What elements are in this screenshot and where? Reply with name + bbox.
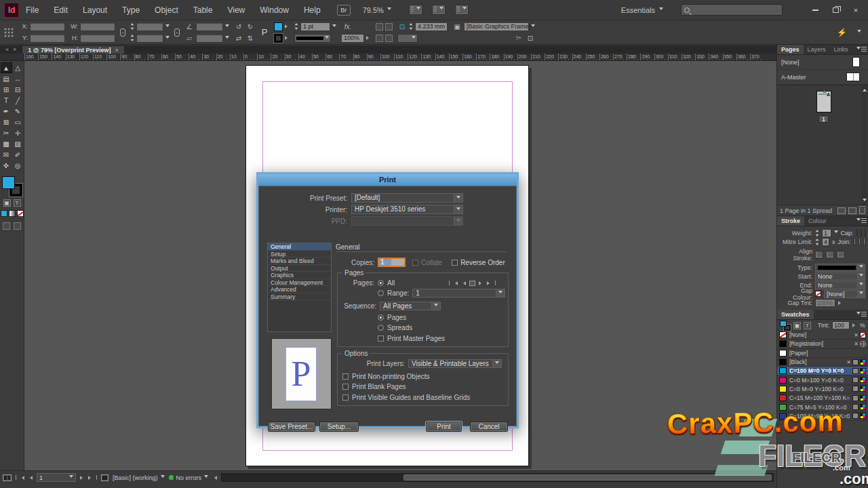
swatch-none[interactable]: [None] ✕ — [777, 331, 868, 340]
scroll-up-icon[interactable] — [863, 87, 867, 92]
scroll-down-icon[interactable] — [863, 199, 867, 203]
menu-item[interactable]: Object — [155, 5, 178, 15]
apply-none-button[interactable] — [17, 210, 24, 217]
mitre-join-icon[interactable] — [854, 238, 856, 245]
menu-item[interactable]: Type — [122, 5, 140, 15]
tab-close-icon[interactable]: × — [115, 47, 119, 54]
swatch-blue[interactable]: C=100 M=90 Y=10 K=0 ✕ — [777, 412, 868, 421]
scale-y-field[interactable] — [136, 34, 163, 43]
tab-scroll-icon[interactable]: « — [5, 46, 9, 53]
constrain-proportions-icon[interactable] — [120, 28, 125, 37]
reverse-order-checkbox[interactable] — [452, 260, 458, 266]
object-effects-button[interactable] — [385, 23, 393, 30]
swatch-paper[interactable]: [Paper] ✕ — [777, 349, 868, 358]
bevel-join-icon[interactable] — [863, 238, 865, 245]
stroke-color-swatch[interactable] — [274, 34, 283, 43]
print-blank-pages-checkbox[interactable] — [342, 384, 349, 390]
rotate-ccw-icon[interactable]: ↺ — [234, 23, 243, 30]
stroke-weight-stepper[interactable] — [294, 21, 298, 32]
previous-page-icon[interactable] — [28, 476, 33, 480]
pages-all-radio[interactable] — [378, 280, 384, 286]
direct-selection-tool[interactable]: △ — [12, 62, 24, 73]
pages-range-radio[interactable] — [378, 290, 384, 296]
scrollbar-thumb[interactable] — [403, 474, 772, 481]
apply-gradient-button[interactable] — [9, 210, 16, 217]
wrap-bounding-button[interactable] — [385, 35, 393, 42]
gap-tool[interactable]: ↔ — [12, 73, 24, 84]
scroll-left-icon[interactable] — [212, 476, 217, 480]
fill-stroke-control[interactable] — [2, 176, 22, 197]
zoom-level-dropdown[interactable]: 79.5% — [363, 6, 391, 14]
menu-item[interactable]: View — [227, 5, 245, 15]
workspace-switcher[interactable]: Essentials — [621, 6, 663, 14]
note-tool[interactable]: ✉ — [1, 149, 12, 160]
next-page-icon[interactable] — [80, 476, 85, 480]
print-dialog-title[interactable]: Print — [258, 174, 517, 186]
print-section-colour[interactable]: Colour Management — [268, 279, 331, 287]
rectangle-tool[interactable]: ▭ — [12, 117, 24, 127]
text-format-icon[interactable]: T — [804, 322, 811, 329]
x-field[interactable] — [30, 22, 65, 31]
selection-tool[interactable]: ▲ — [1, 62, 12, 73]
h-field[interactable] — [80, 34, 115, 43]
shear-field[interactable] — [196, 34, 223, 43]
new-page-icon[interactable] — [837, 207, 846, 214]
gradient-feather-tool[interactable]: ▨ — [12, 138, 24, 149]
gradient-tool[interactable]: ▩ — [1, 138, 12, 149]
eyedropper-tool[interactable]: ✐ — [12, 149, 24, 160]
tab-swatches[interactable]: Swatches — [777, 310, 814, 319]
close-button[interactable]: × — [846, 3, 865, 17]
minimize-button[interactable] — [806, 3, 825, 17]
tab-links[interactable]: Links — [830, 45, 852, 54]
select-content-icon[interactable]: ⊡ — [526, 35, 535, 42]
menu-item[interactable]: Table — [193, 5, 213, 15]
select-container-icon[interactable]: ⌲ — [514, 34, 524, 42]
tint-value[interactable]: 100 — [832, 321, 850, 329]
nav-last-icon[interactable] — [495, 281, 496, 285]
start-dropdown[interactable]: None — [815, 272, 865, 281]
w-field[interactable] — [80, 22, 115, 31]
stroke-weight-dropdown[interactable]: 1 pt — [300, 22, 330, 31]
cancel-button[interactable]: Cancel — [470, 422, 508, 432]
tab-close-all-icon[interactable]: × — [13, 46, 16, 53]
menu-item[interactable]: Help — [304, 5, 321, 15]
save-preset-button[interactable]: Save Preset... — [268, 422, 315, 432]
formatting-container-button[interactable]: ▣ — [3, 199, 11, 207]
tab-layers[interactable]: Layers — [804, 45, 830, 54]
drop-shadow-button[interactable] — [376, 23, 383, 30]
page-number-dropdown[interactable]: 1 — [37, 473, 76, 482]
pages-radio[interactable] — [378, 314, 384, 321]
print-nonprinting-checkbox[interactable] — [342, 373, 349, 380]
rotate-cw-icon[interactable]: ↻ — [245, 23, 255, 30]
swatches-fill-stroke-control[interactable] — [780, 321, 791, 331]
master-none[interactable]: [None] — [777, 55, 868, 70]
copies-input[interactable]: 1 — [378, 258, 406, 267]
menu-item[interactable]: Edit — [54, 5, 68, 15]
end-dropdown[interactable]: None — [815, 281, 865, 289]
flip-horizontal-icon[interactable]: ⇄ — [234, 35, 243, 42]
page-number-label[interactable]: 1 — [818, 115, 829, 123]
free-transform-tool[interactable]: ✛ — [12, 127, 24, 138]
align-inside-icon[interactable] — [826, 251, 834, 258]
nav-first-icon[interactable] — [453, 281, 458, 285]
print-section-summary[interactable]: Summary — [268, 293, 331, 301]
print-layers-dropdown[interactable]: Visible & Printable Layers — [408, 359, 502, 368]
scale-x-stepper[interactable] — [130, 21, 134, 32]
preflight-status[interactable]: No errors — [169, 473, 209, 482]
effects-icon[interactable]: fx. — [341, 23, 355, 30]
document-tab[interactable]: 1 @ 79% [Overprint Preview] × — [22, 45, 125, 54]
menu-item[interactable]: Layout — [83, 5, 107, 15]
stroke-type-dropdown[interactable] — [815, 264, 865, 272]
tab-colour[interactable]: Colour — [804, 216, 831, 226]
scale-y-stepper[interactable] — [130, 33, 134, 43]
sequence-dropdown[interactable]: All Pages — [380, 302, 441, 310]
swatch-cyan[interactable]: C=100 M=0 Y=0 K=0 ✕ — [777, 367, 868, 375]
print-section-setup[interactable]: Setup — [268, 251, 331, 258]
preflight-profile-dropdown[interactable]: [Basic] (working) — [113, 473, 165, 482]
preview-view-button[interactable] — [14, 222, 21, 230]
corner-radius-stepper[interactable] — [409, 21, 413, 32]
printer-dropdown[interactable]: HP Deskjet 3510 series — [351, 205, 463, 214]
swatch-registration[interactable]: [Registration] ✕ — [777, 340, 868, 348]
container-format-icon[interactable]: ▣ — [793, 322, 801, 329]
view-options-button[interactable] — [409, 5, 422, 15]
